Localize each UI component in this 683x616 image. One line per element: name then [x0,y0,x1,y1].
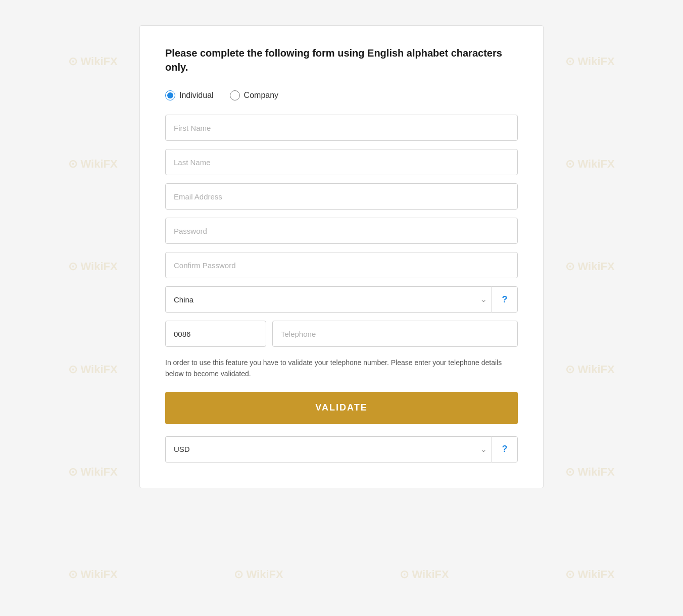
page-wrapper: ⊙ WikiFX ⊙ WikiFX ⊙ WikiFX ⊙ WikiFX ⊙ Wi… [10,10,673,616]
country-select[interactable]: China United States United Kingdom Japan… [165,286,492,313]
individual-radio[interactable] [165,90,175,100]
email-input[interactable] [165,183,518,210]
password-input[interactable] [165,218,518,244]
phone-code-input[interactable] [165,321,266,347]
company-radio-label[interactable]: Company [230,90,278,100]
first-name-field [165,115,518,141]
validate-button[interactable]: VALIDATE [165,392,518,424]
form-instruction: Please complete the following form using… [165,46,518,74]
currency-help-button[interactable]: ? [492,436,518,463]
confirm-password-field [165,252,518,278]
last-name-input[interactable] [165,149,518,175]
account-type-group: Individual Company [165,90,518,100]
company-radio[interactable] [230,90,240,100]
country-help-button[interactable]: ? [492,286,518,313]
first-name-input[interactable] [165,115,518,141]
confirm-password-input[interactable] [165,252,518,278]
currency-row: USD EUR GBP JPY CNY ⌵ ? [165,436,518,463]
last-name-field [165,149,518,175]
currency-select[interactable]: USD EUR GBP JPY CNY [165,436,492,463]
currency-help-icon: ? [502,444,508,454]
phone-row [165,321,518,347]
country-row: China United States United Kingdom Japan… [165,286,518,313]
registration-form: Please complete the following form using… [139,25,544,488]
watermark-item: ⊙ WikiFX [176,524,342,616]
password-field [165,218,518,244]
telephone-input[interactable] [272,321,518,347]
individual-label: Individual [179,91,214,100]
company-label: Company [244,91,278,100]
watermark-item: ⊙ WikiFX [10,524,176,616]
watermark-item: ⊙ WikiFX [507,524,673,616]
country-help-icon: ? [502,294,508,305]
currency-select-wrapper: USD EUR GBP JPY CNY ⌵ [165,436,492,463]
individual-radio-label[interactable]: Individual [165,90,214,100]
country-select-wrapper: China United States United Kingdom Japan… [165,286,492,313]
email-field [165,183,518,210]
watermark-item: ⊙ WikiFX [342,524,507,616]
validation-notice: In order to use this feature you have to… [165,357,518,380]
